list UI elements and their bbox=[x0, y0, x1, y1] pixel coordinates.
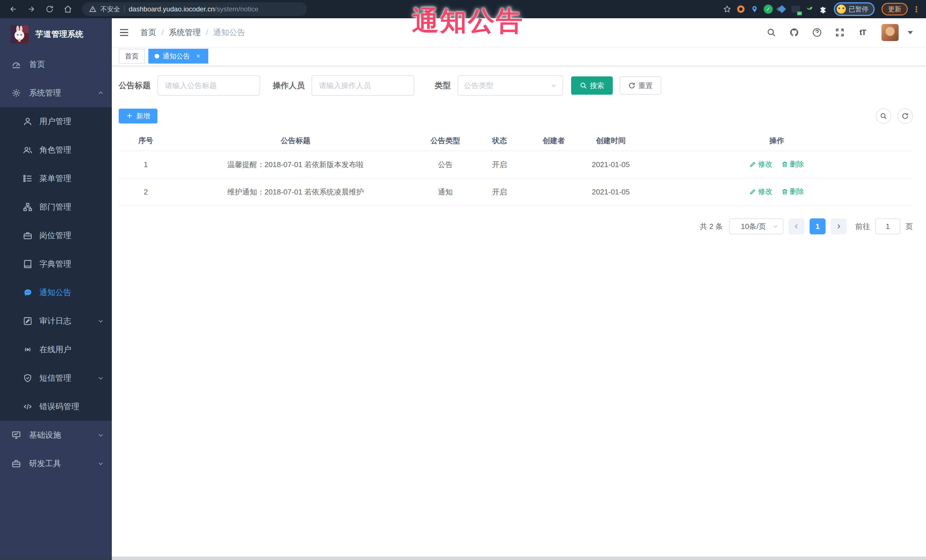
show-search-toggle-button[interactable] bbox=[876, 108, 891, 124]
bookmark-star-icon[interactable] bbox=[722, 4, 732, 14]
delete-link[interactable]: 删除 bbox=[781, 159, 804, 169]
sidebar-item-sms-management[interactable]: 短信管理 bbox=[0, 364, 112, 392]
security-warning-icon bbox=[89, 5, 97, 13]
sidebar-item-user-management[interactable]: 用户管理 bbox=[0, 107, 112, 136]
sidebar-item-label: 通知公告 bbox=[39, 287, 104, 298]
window-bottom-edge bbox=[0, 557, 926, 560]
sidebar-item-post-management[interactable]: 岗位管理 bbox=[0, 221, 112, 250]
sidebar-item-home[interactable]: 首页 bbox=[0, 50, 112, 79]
add-button[interactable]: 新增 bbox=[119, 109, 157, 124]
extension-on-badge-icon[interactable] bbox=[790, 4, 801, 14]
extension-sprout-icon[interactable] bbox=[804, 4, 814, 14]
next-page-button[interactable] bbox=[831, 219, 847, 234]
browser-forward-icon[interactable] bbox=[24, 2, 39, 17]
notice-title-label: 公告标题 bbox=[119, 80, 151, 91]
sidebar-item-notice-announcement[interactable]: 通知公告 bbox=[0, 278, 112, 307]
sidebar-item-menu-management[interactable]: 菜单管理 bbox=[0, 164, 112, 193]
page-content: 公告标题 操作人员 类型 公告类型 搜 bbox=[112, 66, 926, 560]
extension-green-check-icon[interactable]: ✓ bbox=[763, 4, 773, 14]
sidebar-item-dept-management[interactable]: 部门管理 bbox=[0, 193, 112, 221]
sidebar-item-online-users[interactable]: 在线用户 bbox=[0, 335, 112, 364]
page-size-select[interactable]: 10条/页 bbox=[729, 219, 783, 234]
address-bar[interactable]: 不安全 dashboard.yudao.iocoder.cn/system/no… bbox=[82, 2, 307, 16]
goto-page-input[interactable] bbox=[875, 219, 900, 234]
active-tab-dot bbox=[154, 54, 159, 59]
app-logo-row[interactable]: 芋道管理系统 bbox=[0, 18, 112, 50]
page-unit-label: 页 bbox=[905, 222, 913, 231]
extension-blue-diamond-icon[interactable] bbox=[777, 4, 787, 14]
github-icon[interactable] bbox=[788, 26, 800, 39]
browser-profile-button[interactable]: 已暂停 bbox=[834, 2, 875, 16]
cell-title: 温馨提醒：2018-07-01 若依新版本发布啦 bbox=[173, 160, 418, 170]
extension-location-pin-icon[interactable] bbox=[749, 4, 760, 14]
delete-link[interactable]: 删除 bbox=[781, 187, 804, 196]
reset-button[interactable]: 重置 bbox=[620, 76, 661, 95]
prev-page-button[interactable] bbox=[788, 219, 805, 234]
operator-input[interactable] bbox=[312, 75, 414, 96]
chevron-right-icon bbox=[835, 223, 842, 229]
plus-icon bbox=[126, 112, 133, 120]
sidebar-item-infrastructure[interactable]: 基础设施 bbox=[0, 421, 112, 449]
column-header-actions: 操作 bbox=[641, 136, 913, 146]
browser-reload-icon[interactable] bbox=[42, 2, 57, 17]
user-icon bbox=[23, 116, 33, 126]
font-size-icon[interactable]: tT bbox=[856, 26, 869, 39]
fullscreen-icon[interactable] bbox=[834, 26, 846, 39]
sidebar-item-dict-management[interactable]: 字典管理 bbox=[0, 250, 112, 278]
edit-link[interactable]: 修改 bbox=[749, 187, 772, 196]
sidebar-item-system-management[interactable]: 系统管理 bbox=[0, 79, 112, 107]
sidebar-item-role-management[interactable]: 角色管理 bbox=[0, 136, 112, 164]
breadcrumb-home[interactable]: 首页 bbox=[140, 27, 156, 38]
app-title: 芋道管理系统 bbox=[35, 29, 83, 40]
column-header-type: 公告类型 bbox=[418, 136, 472, 146]
sidebar-item-label: 菜单管理 bbox=[39, 173, 104, 184]
tab-notice-announcement[interactable]: 通知公告 × bbox=[148, 49, 208, 63]
user-avatar[interactable] bbox=[882, 24, 899, 41]
dict-icon bbox=[23, 259, 33, 269]
audit-log-icon bbox=[23, 316, 33, 326]
infrastructure-icon bbox=[11, 430, 21, 440]
notices-table: 序号 公告标题 公告类型 状态 创建者 创建时间 操作 1 温馨提醒：2018-… bbox=[119, 131, 913, 206]
notice-title-input[interactable] bbox=[157, 75, 260, 96]
notice-type-select[interactable]: 公告类型 bbox=[458, 75, 563, 96]
sidebar-toggle-hamburger-icon[interactable] bbox=[119, 27, 130, 38]
table-row: 1 温馨提醒：2018-07-01 若依新版本发布啦 公告 开启 2021-01… bbox=[119, 151, 913, 178]
edit-pencil-icon bbox=[749, 188, 756, 195]
chevron-down-icon bbox=[551, 82, 557, 89]
refresh-icon bbox=[902, 112, 909, 120]
cell-created-at: 2021-01-05 bbox=[581, 188, 641, 196]
header-search-icon[interactable] bbox=[765, 26, 778, 39]
edit-link[interactable]: 修改 bbox=[749, 159, 772, 169]
close-tab-icon[interactable]: × bbox=[195, 53, 202, 60]
edit-pencil-icon bbox=[749, 161, 756, 168]
menu-tree-icon bbox=[23, 174, 33, 183]
sidebar: 芋道管理系统 首页 系统管理 bbox=[0, 18, 112, 560]
tab-home[interactable]: 首页 bbox=[119, 49, 145, 63]
browser-home-icon[interactable] bbox=[61, 2, 75, 17]
sidebar-item-error-code-management[interactable]: 错误码管理 bbox=[0, 392, 112, 421]
current-page-button[interactable]: 1 bbox=[809, 219, 826, 234]
browser-back-icon[interactable] bbox=[6, 2, 21, 17]
browser-update-button[interactable]: 更新 bbox=[882, 3, 908, 15]
breadcrumb-current: 通知公告 bbox=[213, 27, 245, 38]
extension-orange-ring-icon[interactable] bbox=[736, 4, 746, 14]
sidebar-item-label: 在线用户 bbox=[39, 344, 104, 355]
help-question-icon[interactable] bbox=[811, 26, 823, 39]
main-area: 首页 / 系统管理 / 通知公告 t bbox=[112, 18, 926, 560]
column-header-created-at: 创建时间 bbox=[581, 136, 641, 146]
search-button[interactable]: 搜索 bbox=[571, 76, 613, 95]
avatar-caret-down-icon[interactable] bbox=[908, 31, 913, 34]
pagination: 共 2 条 10条/页 1 bbox=[119, 219, 913, 234]
search-form: 公告标题 操作人员 类型 公告类型 搜 bbox=[119, 75, 913, 96]
breadcrumb-system[interactable]: 系统管理 bbox=[169, 27, 201, 38]
extensions-puzzle-icon[interactable] bbox=[818, 4, 828, 14]
browser-menu-kebab-icon[interactable]: ⋮ bbox=[912, 5, 920, 14]
cell-created-at: 2021-01-05 bbox=[581, 160, 641, 169]
sidebar-item-label: 部门管理 bbox=[39, 202, 104, 213]
sidebar-item-audit-log[interactable]: 审计日志 bbox=[0, 307, 112, 335]
sidebar-item-dev-tools[interactable]: 研发工具 bbox=[0, 449, 112, 478]
refresh-table-button[interactable] bbox=[897, 108, 913, 124]
cell-type: 公告 bbox=[418, 160, 472, 170]
sidebar-item-label: 角色管理 bbox=[39, 145, 104, 155]
type-label: 类型 bbox=[435, 80, 451, 91]
